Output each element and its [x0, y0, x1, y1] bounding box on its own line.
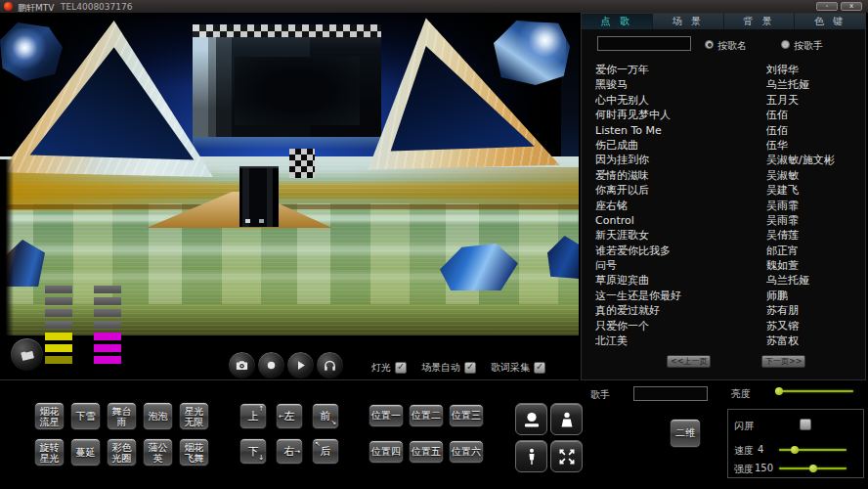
move-up-button[interactable]: 上 ↑ — [239, 403, 267, 429]
search-by-singer-radio[interactable] — [781, 40, 790, 49]
song-row[interactable]: 谁若爱你比我多 邰正宵 — [582, 244, 865, 258]
fullscreen-button[interactable] — [550, 440, 583, 472]
effect-button[interactable]: 彩色光圈 — [107, 438, 137, 467]
song-artist: 吴雨霏 — [766, 199, 865, 213]
down-arrow-icon: ↓ — [258, 455, 264, 462]
position-button[interactable]: 位置五 — [409, 440, 444, 464]
speed-slider[interactable] — [779, 445, 846, 455]
song-title: 心中无别人 — [595, 93, 766, 108]
flash-screen-checkbox[interactable] — [800, 419, 811, 430]
move-back-button[interactable]: 后 ↖ — [312, 438, 339, 465]
song-artist: 吴倩莲 — [766, 228, 865, 243]
song-artist: 魏如萱 — [766, 258, 865, 273]
closeup-view-button[interactable] — [515, 403, 547, 435]
song-row[interactable]: 心中无别人 五月天 — [582, 93, 865, 108]
stage-left-shadow — [0, 159, 14, 335]
position-button[interactable]: 位置六 — [449, 440, 484, 464]
song-row[interactable]: 北江美 苏富权 — [582, 333, 865, 348]
song-row[interactable]: 伤已成曲 伍华 — [582, 138, 865, 153]
effect-button[interactable]: 蒲公英 — [143, 438, 173, 467]
song-title: 爱你一万年 — [595, 63, 766, 77]
folder-icon — [18, 345, 36, 364]
record-button[interactable] — [257, 351, 285, 379]
view-2d-button[interactable]: 二维 — [670, 419, 701, 448]
song-row[interactable]: 你离开以后 吴建飞 — [582, 183, 865, 198]
move-left-button[interactable]: 左 ← — [276, 403, 303, 429]
minimize-button[interactable]: - — [816, 2, 838, 11]
position-button[interactable]: 位置一 — [369, 404, 404, 427]
song-row[interactable]: 草原迎宾曲 乌兰托娅 — [582, 273, 865, 288]
song-row[interactable]: 因为挂到你 吴淑敏/施文彬 — [582, 153, 865, 167]
title-bar: 鹏轩MTV TEL4008037176 - x — [0, 0, 868, 13]
media-controls — [228, 351, 344, 379]
intensity-slider[interactable] — [779, 464, 846, 473]
song-artist: 乌兰托娅 — [766, 77, 865, 92]
song-row[interactable]: 只爱你一个 苏又镕 — [582, 319, 865, 333]
snapshot-button[interactable] — [228, 351, 256, 379]
fullbody-view-button[interactable] — [515, 440, 547, 472]
close-button[interactable]: x — [841, 2, 862, 11]
song-title: 北江美 — [595, 333, 766, 348]
tab-song-select[interactable]: 点 歌 — [582, 14, 652, 29]
song-row[interactable]: Listen To Me 伍佰 — [582, 123, 865, 138]
song-artist: 苏富权 — [766, 333, 865, 348]
move-down-button[interactable]: 下 ↓ — [239, 438, 267, 465]
song-title: 何时再见梦中人 — [595, 108, 766, 122]
tab-bar: 点 歌 场 景 背 景 色 键 — [582, 14, 865, 29]
move-forward-button[interactable]: 前 ↘ — [312, 403, 339, 429]
tab-color-key[interactable]: 色 键 — [794, 14, 865, 29]
camera-view-buttons — [515, 403, 586, 472]
open-file-button[interactable] — [10, 337, 44, 372]
effect-button[interactable]: 蔓延 — [70, 438, 101, 467]
tab-scene[interactable]: 场 景 — [652, 14, 723, 29]
effect-button[interactable]: 下雪 — [70, 402, 101, 430]
song-row[interactable]: 新天涯歌女 吴倩莲 — [582, 228, 865, 243]
song-row[interactable]: 爱你一万年 刘得华 — [582, 63, 865, 77]
expand-arrows-icon — [557, 447, 577, 467]
song-row[interactable]: 爱情的滋味 吴淑敏 — [582, 168, 865, 183]
effect-button[interactable]: 星光无限 — [179, 402, 209, 430]
intensity-label: 强度 — [734, 463, 754, 476]
song-row[interactable]: 何时再见梦中人 伍佰 — [582, 108, 865, 122]
song-row[interactable]: Control 吴雨霏 — [582, 213, 865, 228]
song-row[interactable]: 问号 魏如萱 — [582, 258, 865, 273]
scene-auto-checkbox[interactable] — [464, 362, 476, 374]
brightness-slider[interactable] — [775, 386, 853, 396]
song-title: 问号 — [595, 258, 766, 273]
lighting-checkbox[interactable] — [395, 362, 407, 374]
search-by-song-radio[interactable] — [705, 40, 714, 49]
forward-arrow-icon: ↘ — [330, 420, 336, 426]
move-right-button[interactable]: 右 → — [276, 438, 303, 465]
headphones-button[interactable] — [316, 351, 344, 379]
stage-preview — [0, 13, 579, 335]
prev-page-button[interactable]: <<上一页 — [667, 355, 711, 368]
song-row[interactable]: 真的爱过就好 苏有朋 — [582, 303, 865, 318]
bust-icon — [557, 410, 577, 429]
effect-button[interactable]: 烟花飞舞 — [179, 438, 209, 467]
song-row[interactable]: 黑骏马 乌兰托娅 — [582, 77, 865, 92]
search-input[interactable] — [597, 36, 691, 51]
lyrics-capture-checkbox[interactable] — [534, 362, 545, 374]
position-button[interactable]: 位置三 — [449, 404, 484, 427]
position-button[interactable]: 位置二 — [409, 404, 444, 427]
effect-button[interactable]: 舞台雨 — [107, 402, 137, 430]
record-icon — [264, 358, 279, 373]
next-page-button[interactable]: 下一页>> — [761, 355, 805, 368]
singer-input[interactable] — [633, 386, 708, 401]
speed-label: 速度 — [734, 444, 754, 458]
position-button[interactable]: 位置四 — [369, 440, 404, 464]
song-row[interactable]: 这一生还是你最好 师鹏 — [582, 289, 865, 303]
play-button[interactable] — [286, 351, 315, 379]
divider — [0, 379, 579, 380]
effect-button[interactable]: 泡泡 — [143, 402, 173, 430]
effect-button[interactable]: 烟花流星 — [34, 402, 65, 430]
flash-screen-label: 闪屏 — [734, 420, 754, 433]
tab-background[interactable]: 背 景 — [723, 14, 795, 29]
effect-button[interactable]: 旋转星光 — [34, 438, 65, 467]
song-title: 座右铭 — [595, 199, 766, 213]
song-title: 草原迎宾曲 — [595, 273, 766, 288]
song-title: 伤已成曲 — [595, 138, 766, 153]
song-title: 你离开以后 — [595, 183, 766, 198]
bust-view-button[interactable] — [550, 403, 583, 435]
song-row[interactable]: 座右铭 吴雨霏 — [582, 199, 865, 213]
